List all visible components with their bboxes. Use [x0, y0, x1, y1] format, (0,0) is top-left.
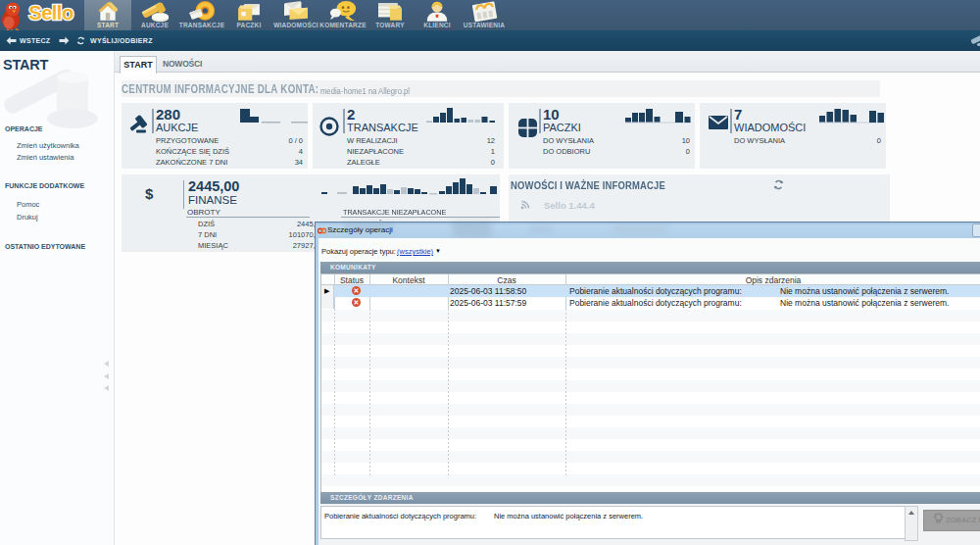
svg-text:Sello: Sello — [28, 2, 74, 24]
